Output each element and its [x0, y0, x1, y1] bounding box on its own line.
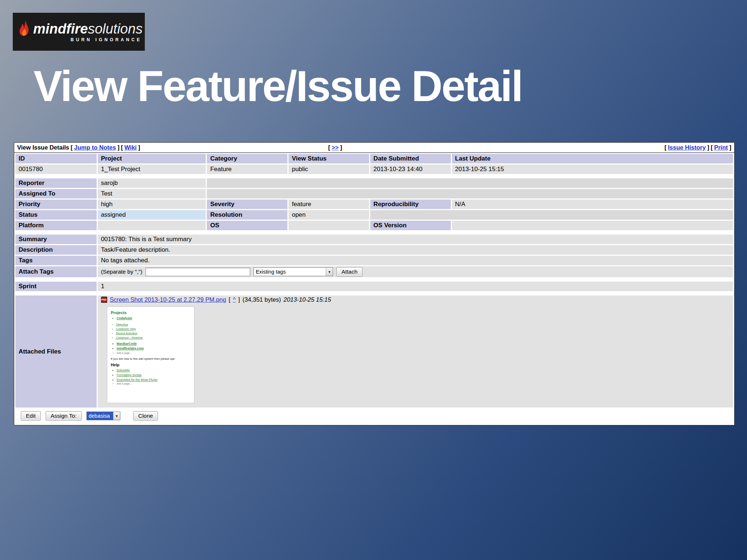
field-label-attached-files: Attached Files	[15, 296, 97, 408]
field-label-reporter: Reporter	[15, 178, 97, 188]
thumb-link: MacBarCode	[117, 341, 192, 347]
col-header-id: ID	[15, 154, 97, 163]
next-issue-link[interactable]: >>	[332, 144, 338, 151]
issue-last-update: 2013-10-25 15:15	[452, 165, 733, 174]
thumb-help-heading: Help	[111, 363, 192, 367]
field-label-os-version: OS Version	[370, 221, 451, 230]
issue-summary-row: 0015780 1_Test Project Feature public 20…	[15, 165, 733, 174]
flame-icon	[19, 19, 31, 43]
platform-row: Platform OS OS Version	[15, 221, 733, 230]
attachment-filename-link[interactable]: Screen Shot 2013-10-25 at 2.27.29 PM.png	[110, 296, 226, 303]
existing-tags-select[interactable]: Existing tags ▼	[253, 267, 333, 276]
field-label-tags: Tags	[15, 256, 97, 265]
field-label-description: Description	[15, 245, 97, 255]
issue-project: 1_Test Project	[98, 165, 206, 174]
thumb-link: Codalyzer - Readme	[116, 336, 192, 340]
bracket: [	[328, 144, 330, 151]
field-value-summary: 0015780: This is a Test summary	[98, 235, 733, 244]
attached-files-row: Attached Files PNG Screen Shot 2013-10-2…	[15, 296, 733, 408]
attachment-anchor-link[interactable]: ^	[233, 296, 236, 303]
logo-wordmark: mindfiresolutions	[33, 22, 143, 36]
thumb-link: Codalyzer	[117, 316, 192, 321]
attach-tags-row: Attach Tags (Separate by ",") Existing t…	[15, 266, 733, 277]
spacer-row	[15, 231, 733, 233]
thumb-link: DokuWiki	[117, 368, 192, 373]
thumb-note: If you are new to this wiki system then …	[111, 357, 192, 360]
field-value-os	[289, 221, 369, 230]
col-header-view-status: View Status	[289, 154, 369, 163]
field-label-summary: Summary	[15, 235, 97, 244]
column-header-row: ID Project Category View Status Date Sub…	[15, 154, 733, 163]
field-value-reproducibility: N/A	[452, 200, 733, 209]
field-value-resolution: open	[289, 210, 369, 220]
bracket: ]	[707, 144, 709, 151]
attach-tags-controls: (Separate by ",") Existing tags ▼ Attach	[98, 266, 733, 277]
attachment-thumbnail[interactable]: Projects Codalyzer Objectiva Codalyzer H…	[107, 306, 194, 403]
clone-button[interactable]: Clone	[133, 411, 158, 421]
attachment-size: (34,351 bytes)	[243, 296, 281, 303]
bracket: [	[71, 144, 73, 151]
attach-button[interactable]: Attach	[336, 267, 363, 277]
col-header-last-update: Last Update	[452, 154, 733, 163]
attachment-date: 2013-10-25 15:15	[283, 296, 331, 303]
col-header-category: Category	[207, 154, 287, 163]
bracket: ]	[238, 296, 240, 303]
bracket: [	[665, 144, 667, 151]
col-header-date-submitted: Date Submitted	[370, 154, 451, 163]
tag-input[interactable]	[146, 268, 250, 276]
assign-to-select[interactable]: debasisa ▼	[86, 412, 120, 420]
slide-title: View Feature/Issue Detail	[34, 61, 732, 111]
bracket: [	[229, 296, 231, 303]
tags-row: Tags No tags attached.	[15, 256, 733, 265]
thumb-link: Codalyzer Help	[116, 327, 192, 331]
field-label-status: Status	[15, 210, 97, 220]
issue-view-panel: View Issue Details [ Jump to Notes ] [ W…	[14, 142, 735, 425]
thumb-link: mindfirelabs.com	[117, 346, 192, 351]
dropdown-arrow-icon[interactable]: ▼	[326, 268, 333, 276]
field-value-description: Task/Feature description.	[98, 245, 733, 255]
col-header-project: Project	[98, 154, 206, 163]
mindfire-logo: mindfiresolutions BURN IGNORANCE	[13, 13, 145, 51]
field-value-sprint: 1	[98, 282, 733, 291]
spacer-row	[15, 278, 733, 281]
spacer-row	[15, 175, 733, 177]
separate-hint: (Separate by ",")	[101, 269, 143, 275]
wiki-link[interactable]: Wiki	[124, 144, 137, 151]
issue-view-status: public	[289, 165, 369, 174]
png-file-icon: PNG	[101, 297, 107, 303]
dropdown-arrow-icon[interactable]: ▼	[113, 412, 120, 420]
assign-to-selected-value: debasisa	[87, 412, 113, 420]
thumb-link: Examples for the Wrap Plugin	[117, 378, 192, 382]
assign-to-button[interactable]: Assign To:	[46, 411, 82, 421]
bracket: [	[711, 144, 713, 151]
field-value-status: assigned	[98, 210, 206, 220]
field-label-sprint: Sprint	[15, 282, 97, 291]
thumb-projects-heading: Projects	[111, 310, 192, 315]
sprint-row: Sprint 1	[15, 282, 733, 291]
attached-files-content: PNG Screen Shot 2013-10-25 at 2.27.29 PM…	[98, 296, 733, 408]
thumb-link: Formatting Syntax	[117, 373, 192, 378]
logo-brand-light: solutions	[88, 21, 143, 36]
bracket: ]	[340, 144, 342, 151]
bracket: ]	[138, 144, 140, 151]
issue-id: 0015780	[15, 165, 97, 174]
field-label-reproducibility: Reproducibility	[370, 200, 451, 209]
issue-details-table: ID Project Category View Status Date Sub…	[14, 153, 734, 409]
issue-date-submitted: 2013-10-23 14:40	[370, 165, 451, 174]
status-row: Status assigned Resolution open	[15, 210, 733, 220]
priority-row: Priority high Severity feature Reproduci…	[15, 200, 733, 209]
print-link[interactable]: Print	[714, 144, 728, 151]
existing-tags-value: Existing tags	[254, 268, 326, 276]
jump-to-notes-link[interactable]: Jump to Notes	[74, 144, 116, 151]
row-filler	[207, 189, 733, 198]
field-value-tags: No tags attached.	[98, 256, 733, 265]
field-value-severity: feature	[289, 200, 369, 209]
edit-button[interactable]: Edit	[21, 411, 41, 421]
thumb-link: Objectiva	[116, 323, 192, 327]
issue-titlebar: View Issue Details [ Jump to Notes ] [ W…	[14, 143, 734, 153]
issue-history-link[interactable]: Issue History	[668, 144, 706, 151]
action-buttons-bar: Edit Assign To: debasisa ▼ Clone	[14, 409, 734, 425]
field-label-os: OS	[207, 221, 287, 230]
spacer-row	[15, 292, 733, 294]
issue-category: Feature	[207, 165, 287, 174]
